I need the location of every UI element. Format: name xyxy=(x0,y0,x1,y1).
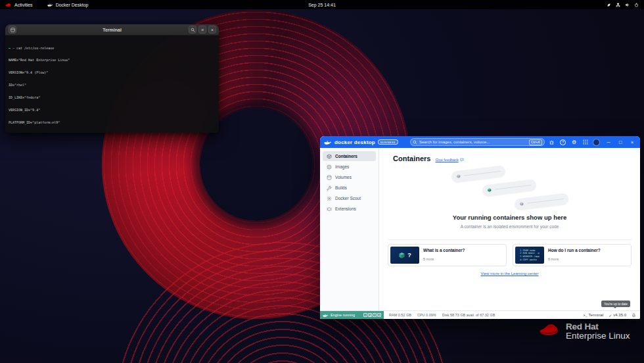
container-capsule-illustration xyxy=(482,179,536,197)
terminal-title: Terminal xyxy=(5,28,219,32)
card-title: What is a container? xyxy=(423,248,465,253)
card-duration: 6 mins xyxy=(548,257,601,261)
close-button[interactable]: × xyxy=(628,138,636,146)
sidebar-item-images[interactable]: Images xyxy=(323,162,376,172)
docker-desktop-window: docker desktop BUSINESS Ctrl+K ? ⚙ xyxy=(320,136,640,319)
clock-button[interactable]: Sep 25 14:41 xyxy=(0,3,644,7)
version-label: v4.35.0 xyxy=(613,313,626,317)
terminal-line: ID_LIKE="fedora" xyxy=(9,95,216,99)
terminal-search-button[interactable] xyxy=(189,26,196,34)
give-feedback-link[interactable]: Give feedback xyxy=(435,158,463,162)
resource-usage: RAM 0.52 GB CPU 0.09% Disk 58.73 GB avai… xyxy=(389,313,495,317)
sidebar-item-extensions[interactable]: Extensions xyxy=(323,204,376,214)
sidebar-item-label: Containers xyxy=(335,154,357,158)
learning-card-what-is-a-container[interactable]: ? What is a container? 5 mins xyxy=(388,244,507,266)
help-icon: ? xyxy=(560,139,566,145)
builds-icon xyxy=(327,185,332,191)
docker-whale-icon xyxy=(324,139,332,145)
shell-prompt: → xyxy=(9,46,11,50)
sidebar-item-label: Extensions xyxy=(335,206,356,211)
terminal-line: PLATFORM_ID="platform:el9" xyxy=(9,120,216,124)
maximize-button[interactable]: □ xyxy=(616,138,624,146)
terminal-line: NAME="Red Hat Enterprise Linux" xyxy=(9,58,216,62)
network-icon[interactable] xyxy=(616,3,620,7)
business-badge: BUSINESS xyxy=(378,139,398,145)
notifications-bell-icon[interactable] xyxy=(632,312,636,318)
terminal-toggle-button[interactable]: >_ Terminal xyxy=(584,313,604,317)
avatar xyxy=(593,139,600,146)
divider xyxy=(388,239,632,240)
sidebar-item-label: Docker Scout xyxy=(335,196,361,201)
docker-titlebar[interactable]: docker desktop BUSINESS Ctrl+K ? ⚙ xyxy=(320,136,640,148)
terminal-output[interactable]: → ~ cat /etc/os-release NAME="Red Hat En… xyxy=(5,36,219,133)
card-title: How do I run a container? xyxy=(548,248,601,253)
check-icon: ✓ xyxy=(609,313,612,318)
sidebar-item-volumes[interactable]: Volumes xyxy=(323,172,376,182)
volumes-icon xyxy=(327,175,332,180)
learning-card-how-do-i-run-a-container[interactable]: 1 FROM node 2 RUN mkdir -p 3 WORKDIR /ap… xyxy=(513,244,632,266)
search-shortcut-badge: Ctrl+K xyxy=(529,139,542,145)
gnome-top-bar: Activities Docker Desktop Sep 25 14:41 xyxy=(0,0,644,9)
page-title: Containers xyxy=(393,155,430,162)
pause-icon[interactable]: ❚ xyxy=(368,313,372,317)
cube-icon xyxy=(398,252,405,259)
sidebar-item-label: Volumes xyxy=(335,175,352,180)
sidebar-item-label: Builds xyxy=(335,185,347,190)
shell-command: cat /etc/os-release xyxy=(16,46,54,50)
global-search[interactable]: Ctrl+K xyxy=(410,138,545,146)
settings-button[interactable]: ⚙ xyxy=(570,138,578,147)
cube-icon xyxy=(487,187,492,193)
terminal-prompt-icon: >_ xyxy=(584,313,587,317)
minimize-button[interactable]: ─ xyxy=(605,138,612,146)
apps-grid-button[interactable] xyxy=(581,138,589,147)
docker-brand: docker desktop xyxy=(334,139,375,145)
troubleshoot-button[interactable] xyxy=(547,138,556,147)
terminal-titlebar[interactable]: Terminal ≡ × xyxy=(5,24,219,36)
docker-whale-icon xyxy=(323,313,329,318)
docker-statusbar: Engine running ▸ ❚ ↻ ■ RAM 0.52 GB CPU 0… xyxy=(320,310,640,319)
help-button[interactable]: ? xyxy=(559,138,567,147)
stop-icon[interactable]: ■ xyxy=(377,313,381,317)
search-icon xyxy=(413,140,417,145)
resume-icon[interactable]: ▸ xyxy=(363,313,367,317)
sidebar-item-containers[interactable]: Containers xyxy=(323,151,376,161)
version-button[interactable]: ✓ v4.35.0 xyxy=(609,313,626,318)
card-thumbnail: 1 FROM node 2 RUN mkdir -p 3 WORKDIR /ap… xyxy=(515,247,544,264)
card-duration: 5 mins xyxy=(423,257,465,261)
terminal-tabs-button[interactable] xyxy=(9,26,16,34)
volume-icon[interactable] xyxy=(625,3,630,7)
extensions-icon xyxy=(327,206,332,212)
empty-state-heading: Your running containers show up here xyxy=(379,214,640,221)
search-input[interactable] xyxy=(419,140,527,144)
empty-state-subheading: A container is an isolated environment f… xyxy=(379,224,640,229)
containers-icon xyxy=(327,154,332,159)
terminal-line: ID="rhel" xyxy=(9,83,216,87)
system-tray xyxy=(607,3,639,7)
restart-icon[interactable]: ↻ xyxy=(373,313,377,317)
cube-icon xyxy=(456,174,461,179)
desktop: Activities Docker Desktop Sep 25 14:41 xyxy=(0,0,644,363)
account-button[interactable] xyxy=(592,138,601,147)
disk-usage: Disk 58.73 GB avail. of 67.32 GB xyxy=(442,313,495,317)
card-thumbnail: ? xyxy=(390,247,419,264)
sidebar-item-docker-scout[interactable]: Docker Scout xyxy=(323,193,376,203)
power-icon[interactable] xyxy=(634,3,639,7)
terminal-line: VERSION="9.4 (Plow)" xyxy=(9,70,216,74)
app-indicator-icon[interactable] xyxy=(607,3,611,7)
container-capsule-illustration xyxy=(514,193,568,210)
rhel-brand-line1: Red Hat xyxy=(566,322,630,331)
feedback-icon xyxy=(460,158,464,162)
terminal-close-button[interactable]: × xyxy=(208,26,216,34)
engine-status[interactable]: Engine running ▸ ❚ ↻ ■ xyxy=(320,311,384,319)
terminal-command-line: → ~ cat /etc/os-release xyxy=(9,46,216,50)
learning-center-link[interactable]: View more in the Learning center xyxy=(379,272,640,276)
dockerfile-snippet: 1 FROM node 2 RUN mkdir -p 3 WORKDIR /ap… xyxy=(520,249,540,261)
sidebar-item-builds[interactable]: Builds xyxy=(323,183,376,193)
engine-status-label: Engine running xyxy=(331,313,355,317)
images-icon xyxy=(327,164,332,170)
docker-scout-icon xyxy=(327,196,332,201)
ram-usage: RAM 0.52 GB xyxy=(389,313,411,317)
terminal-menu-button[interactable]: ≡ xyxy=(198,26,206,34)
terminal-line: VERSION_ID="9.4" xyxy=(9,108,216,112)
update-tooltip: You're up to date xyxy=(601,301,630,307)
